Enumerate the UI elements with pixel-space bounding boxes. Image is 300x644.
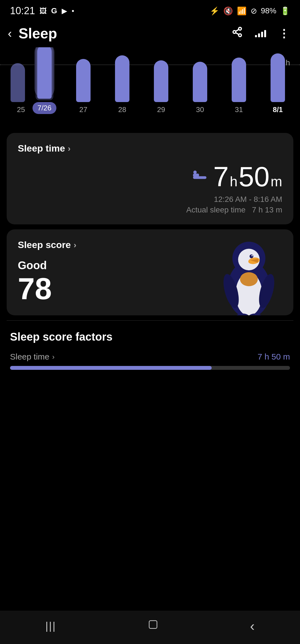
- factor-sleep-time-value: 7 h 50 m: [258, 352, 290, 361]
- more-options-button[interactable]: ⋮: [278, 27, 290, 40]
- chart-bar-31[interactable]: 31: [219, 58, 258, 114]
- chart-bar-25[interactable]: 25: [3, 63, 25, 114]
- chart-bar-30[interactable]: 30: [181, 62, 219, 114]
- chart-date-30[interactable]: 30: [196, 105, 204, 114]
- page-title: Sleep: [19, 25, 57, 42]
- factor-sleep-time: Sleep time › 7 h 50 m: [10, 352, 290, 370]
- signal-icon: [255, 27, 266, 40]
- back-nav-button[interactable]: ‹: [239, 613, 266, 638]
- sleep-score-card: Sleep score › Good 78: [7, 229, 293, 315]
- svg-line-3: [236, 33, 239, 35]
- google-icon: G: [51, 6, 57, 15]
- factors-title: Sleep score factors: [10, 331, 290, 343]
- wifi-icon: 📶: [237, 6, 247, 16]
- status-icons-right: ⚡ 🔇 📶 ⊘ 98% 🔋: [210, 6, 290, 16]
- top-bar-right: ⋮: [232, 26, 290, 40]
- svg-rect-6: [193, 174, 199, 177]
- alarm-icon: ⊘: [251, 6, 257, 16]
- sleep-chart[interactable]: 8 h 25 7/26 27 28 29: [0, 47, 300, 128]
- sleep-time-title[interactable]: Sleep time ›: [18, 143, 282, 154]
- sleep-score-number: 78: [18, 272, 282, 305]
- back-button[interactable]: ‹: [8, 27, 12, 39]
- sleep-time-chevron: ›: [68, 144, 71, 153]
- chart-bar-81[interactable]: 8/1: [258, 53, 297, 114]
- chart-bar-28[interactable]: 28: [103, 55, 142, 114]
- factor-sleep-time-bar: [10, 366, 290, 370]
- sleep-score-content: Sleep score › Good 78: [18, 239, 282, 305]
- status-bar: 10:21 🖼 G ▶ • ⚡ 🔇 📶 ⊘ 98% 🔋: [0, 0, 300, 19]
- chart-bar-29[interactable]: 29: [142, 60, 181, 114]
- home-button[interactable]: [136, 614, 170, 638]
- svg-line-4: [236, 29, 239, 31]
- factor-sleep-time-chevron: ›: [52, 353, 55, 361]
- factor-sleep-time-label[interactable]: Sleep time ›: [10, 352, 54, 361]
- top-bar-left: ‹ Sleep: [8, 25, 57, 42]
- dot-icon: •: [72, 7, 74, 15]
- chart-date-28[interactable]: 28: [118, 105, 126, 114]
- mute-icon: 🔇: [223, 6, 233, 16]
- factor-sleep-time-bar-fill: [10, 366, 212, 370]
- chart-bar-726[interactable]: 7/26: [25, 47, 64, 114]
- status-left: 10:21 🖼 G ▶ •: [10, 5, 74, 17]
- sleep-score-chevron: ›: [74, 240, 76, 250]
- chart-date-29[interactable]: 29: [157, 105, 165, 114]
- chart-bar-27[interactable]: 27: [64, 59, 103, 114]
- sleep-time-range: 12:26 AM - 8:16 AM: [18, 195, 282, 204]
- youtube-icon: ▶: [62, 7, 67, 15]
- bottom-navigation: ||| ‹: [0, 611, 300, 644]
- factor-row-sleep-time: Sleep time › 7 h 50 m: [10, 352, 290, 361]
- sleep-score-factors-section: Sleep score factors Sleep time › 7 h 50 …: [0, 321, 300, 375]
- battery-indicator: 98%: [261, 6, 276, 15]
- svg-rect-27: [149, 621, 157, 628]
- photo-icon: 🖼: [39, 7, 47, 15]
- battery-icon: 🔋: [280, 6, 290, 16]
- chart-date-81[interactable]: 8/1: [273, 105, 283, 114]
- sleep-score-quality: Good: [18, 259, 282, 272]
- sleep-score-title[interactable]: Sleep score ›: [18, 239, 282, 250]
- top-bar: ‹ Sleep ⋮: [0, 19, 300, 47]
- sleep-bed-icon: [192, 167, 208, 187]
- svg-point-7: [193, 170, 197, 174]
- share-button[interactable]: [232, 26, 243, 40]
- status-time: 10:21: [10, 5, 35, 17]
- sleep-minutes-unit: m: [271, 174, 282, 190]
- sleep-time-card: Sleep time › 7 h 50 m 12:26 AM - 8:16 AM…: [7, 133, 293, 224]
- sleep-actual-time: Actual sleep time 7 h 13 m: [18, 205, 282, 214]
- sleep-hours: 7: [213, 163, 229, 190]
- chart-date-27[interactable]: 27: [79, 105, 88, 114]
- sleep-details: 12:26 AM - 8:16 AM Actual sleep time 7 h…: [18, 195, 282, 214]
- chart-date-31[interactable]: 31: [235, 105, 243, 114]
- chart-date-726[interactable]: 7/26: [32, 102, 57, 114]
- sleep-hours-unit: h: [230, 174, 238, 190]
- recent-apps-button[interactable]: |||: [34, 616, 67, 636]
- chart-bars-container: 25 7/26 27 28 29 30: [0, 53, 300, 114]
- sleep-duration-display: 7 h 50 m: [18, 163, 282, 190]
- sleep-minutes: 50: [239, 163, 269, 190]
- bluetooth-icon: ⚡: [210, 6, 219, 16]
